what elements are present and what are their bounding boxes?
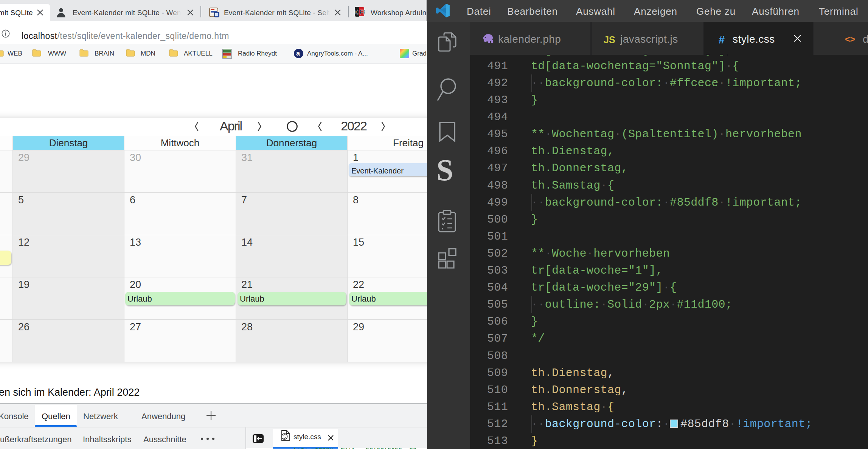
svg-text:CFB: CFB <box>355 9 365 15</box>
